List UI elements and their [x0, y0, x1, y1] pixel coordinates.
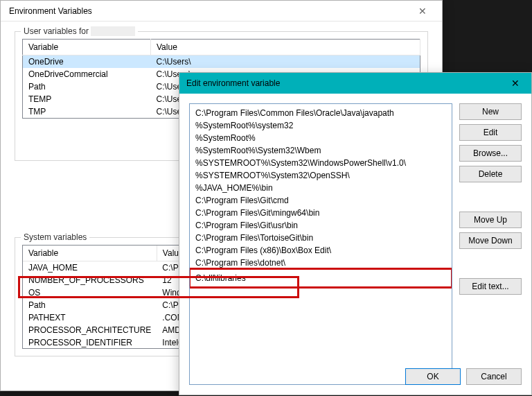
ok-button[interactable]: OK [405, 368, 461, 385]
delete-button[interactable]: Delete [459, 166, 522, 182]
cell-variable: TMP [23, 105, 151, 119]
new-button[interactable]: New [459, 103, 522, 120]
cell-variable: PATHEXT [23, 311, 157, 324]
move-down-button[interactable]: Move Down [459, 232, 522, 249]
env-dialog-titlebar: Environment Variables ✕ [1, 1, 442, 21]
path-entries-list[interactable]: C:\Program Files\Common Files\Oracle\Jav… [189, 103, 452, 385]
path-entry[interactable]: %SystemRoot% [190, 132, 452, 144]
close-icon[interactable]: ✕ [499, 78, 531, 89]
col-variable[interactable]: Variable [23, 40, 151, 55]
cell-variable: TEMP [23, 93, 151, 105]
cell-variable: NUMBER_OF_PROCESSORS [23, 274, 157, 286]
cell-variable: Path [23, 299, 157, 311]
move-up-button[interactable]: Move Up [459, 212, 522, 228]
path-entry[interactable]: C:\Program Files\Git\mingw64\bin [190, 207, 452, 219]
cell-variable: PROCESSOR_ARCHITECTURE [23, 324, 157, 336]
cancel-button[interactable]: Cancel [466, 368, 522, 385]
table-row[interactable]: OneDriveC:\Users\ [23, 55, 420, 69]
cell-variable: OneDrive [23, 55, 151, 69]
user-variables-label: User variables for xxxx [21, 26, 138, 36]
edit-dialog-titlebar: Edit environment variable ✕ [179, 73, 531, 94]
path-entry[interactable]: C:\Program Files (x86)\Box\Box Edit\ [190, 244, 452, 257]
env-dialog-title: Environment Variables [6, 6, 409, 16]
path-entry[interactable]: %SYSTEMROOT%\System32\OpenSSH\ [190, 169, 452, 182]
cell-variable: OS [23, 286, 157, 299]
path-entry[interactable]: C:\Program Files\TortoiseGit\bin [190, 232, 452, 244]
path-entry[interactable]: C:\Program Files\Common Files\Oracle\Jav… [190, 107, 452, 119]
edit-dialog-title: Edit environment variable [186, 78, 499, 88]
username-redacted: xxxx [91, 26, 135, 36]
close-icon[interactable]: ✕ [409, 6, 436, 17]
system-variables-label: System variables [21, 232, 89, 242]
cell-variable: Path [23, 80, 151, 93]
col-variable[interactable]: Variable [23, 246, 157, 261]
cell-variable: OneDriveCommercial [23, 68, 151, 80]
path-entry[interactable]: C:\Program Files\Git\usr\bin [190, 219, 452, 232]
path-entry[interactable]: %SystemRoot%\system32 [190, 119, 452, 132]
path-entry[interactable]: %JAVA_HOME%\bin [190, 182, 452, 194]
cell-variable: JAVA_HOME [23, 261, 157, 275]
edit-text-button[interactable]: Edit text... [459, 278, 522, 295]
browse-button[interactable]: Browse... [459, 145, 522, 162]
path-entry[interactable]: C:\dll\libraries [190, 269, 452, 287]
path-entry[interactable]: C:\Program Files\dotnet\ [190, 257, 452, 269]
edit-button[interactable]: Edit [459, 124, 522, 141]
path-entry[interactable]: %SYSTEMROOT%\System32\WindowsPowerShell\… [190, 157, 452, 169]
col-value[interactable]: Value [151, 40, 420, 55]
cell-value: C:\Users\ [151, 55, 420, 69]
cell-variable: PROCESSOR_IDENTIFIER [23, 336, 157, 349]
edit-environment-variable-dialog: Edit environment variable ✕ C:\Program F… [179, 72, 532, 395]
path-entry[interactable]: C:\Program Files\Git\cmd [190, 194, 452, 207]
edit-dialog-side-buttons: New Edit Browse... Delete Move Up Move D… [459, 103, 522, 385]
path-entry[interactable]: %SystemRoot%\System32\Wbem [190, 144, 452, 157]
edit-dialog-bottom-buttons: OK Cancel [405, 368, 522, 385]
